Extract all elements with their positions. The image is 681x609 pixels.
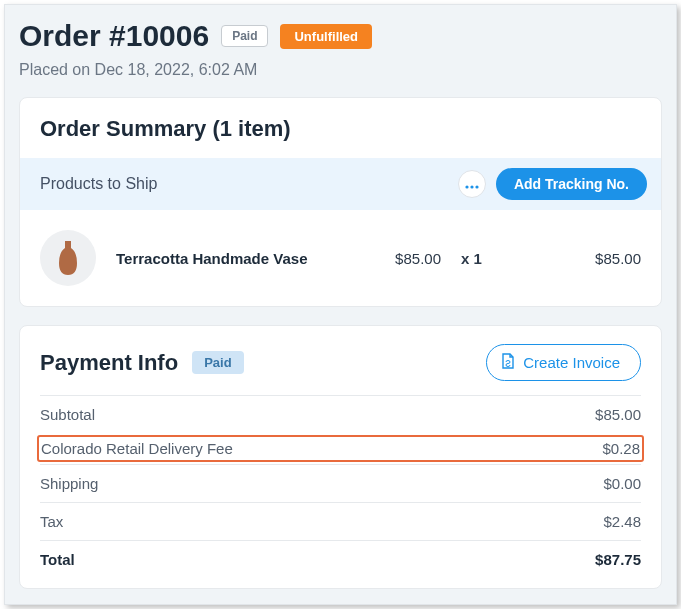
more-actions-button[interactable] <box>458 170 486 198</box>
fee-value: $0.28 <box>602 440 640 457</box>
shipping-label: Shipping <box>40 475 98 492</box>
line-item-row: Terracotta Handmade Vase $85.00 x 1 $85.… <box>20 210 661 306</box>
svg-point-2 <box>475 185 478 188</box>
line-item-qty: x 1 <box>461 250 501 267</box>
order-summary-card: Order Summary (1 item) Products to Ship … <box>19 97 662 307</box>
highlighted-fee-row: Colorado Retail Delivery Fee $0.28 <box>37 435 644 462</box>
create-invoice-button[interactable]: Create Invoice <box>486 344 641 381</box>
shipping-row: Shipping $0.00 <box>40 464 641 502</box>
shipping-value: $0.00 <box>603 475 641 492</box>
fee-label: Colorado Retail Delivery Fee <box>41 440 233 457</box>
line-item-price: $85.00 <box>361 250 441 267</box>
svg-point-1 <box>470 185 473 188</box>
unfulfilled-badge: Unfulfilled <box>280 24 372 49</box>
payment-paid-badge: Paid <box>192 351 243 374</box>
order-summary-title: Order Summary (1 item) <box>20 98 661 158</box>
subtotal-value: $85.00 <box>595 406 641 423</box>
tax-row: Tax $2.48 <box>40 502 641 540</box>
svg-point-0 <box>465 185 468 188</box>
total-label: Total <box>40 551 75 568</box>
order-title: Order #10006 <box>19 19 209 53</box>
create-invoice-label: Create Invoice <box>523 354 620 371</box>
subtotal-row: Subtotal $85.00 <box>40 395 641 433</box>
add-tracking-button[interactable]: Add Tracking No. <box>496 168 647 200</box>
product-thumbnail <box>40 230 96 286</box>
total-value: $87.75 <box>595 551 641 568</box>
tax-label: Tax <box>40 513 63 530</box>
ellipsis-icon <box>465 176 479 192</box>
payment-info-card: Payment Info Paid Create Invoice Subtota… <box>19 325 662 589</box>
subtotal-label: Subtotal <box>40 406 95 423</box>
vase-icon <box>56 239 80 277</box>
placed-timestamp: Placed on Dec 18, 2022, 6:02 AM <box>19 61 662 79</box>
tax-value: $2.48 <box>603 513 641 530</box>
products-to-ship-label: Products to Ship <box>40 175 157 193</box>
invoice-icon <box>501 353 515 372</box>
payment-info-title: Payment Info <box>40 350 178 376</box>
paid-badge: Paid <box>221 25 268 47</box>
line-item-total: $85.00 <box>521 250 641 267</box>
total-row: Total $87.75 <box>40 540 641 578</box>
line-item-name: Terracotta Handmade Vase <box>116 250 341 267</box>
